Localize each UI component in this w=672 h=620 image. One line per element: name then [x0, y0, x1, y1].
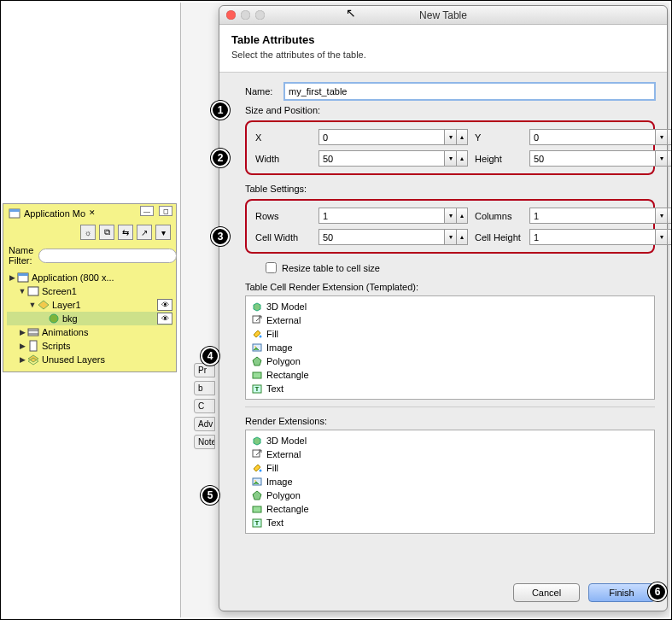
dialog-heading: Table Attributes	[231, 33, 655, 46]
tree-item-screen1[interactable]: ▼ Screen1	[7, 284, 172, 298]
y-down-icon[interactable]: ▾	[655, 129, 667, 145]
image-icon	[251, 476, 263, 488]
tree-item-bkg[interactable]: bkg 👁	[7, 312, 172, 325]
tree-item-animations[interactable]: ▶ Animations	[7, 325, 172, 339]
list-item-image[interactable]: Image	[249, 475, 651, 488]
tool-copy-icon[interactable]: ⧉	[99, 225, 114, 240]
list-item-polygon[interactable]: Polygon	[249, 488, 651, 502]
columns-down-icon[interactable]: ▾	[655, 208, 667, 224]
tab-adv[interactable]: Adv	[194, 417, 215, 431]
dialog-titlebar[interactable]: New Table	[219, 6, 667, 25]
tab-notes[interactable]: Note	[194, 435, 215, 449]
cell-width-spinner[interactable]: ▾▴	[318, 229, 468, 245]
new-table-dialog: New Table Table Attributes Select the at…	[219, 5, 668, 611]
rectangle-icon	[251, 369, 263, 381]
columns-up-icon[interactable]: ▴	[667, 208, 672, 224]
width-spinner[interactable]: ▾▴	[318, 150, 468, 167]
height-input[interactable]	[529, 150, 655, 167]
cell-width-label: Cell Width	[255, 232, 312, 243]
list-item-rectangle[interactable]: Rectangle	[249, 368, 651, 382]
x-input[interactable]	[318, 129, 444, 145]
list-item-text[interactable]: TText	[249, 382, 651, 395]
tree-item-application[interactable]: ▶ Application (800 x...	[7, 271, 172, 284]
render-ext-list[interactable]: 3D Model External Fill Image Polygon Rec…	[245, 430, 655, 534]
y-input[interactable]	[529, 129, 655, 145]
cell-width-input[interactable]	[318, 229, 444, 245]
list-item-external[interactable]: External	[249, 313, 651, 327]
zoom-window-icon	[255, 10, 265, 20]
visibility-toggle-icon[interactable]: 👁	[157, 299, 172, 311]
list-item-3dmodel[interactable]: 3D Model	[249, 300, 651, 313]
columns-input[interactable]	[529, 208, 655, 224]
dialog-body: Name: Size and Position: X ▾▴ Y ▾▴ Width…	[219, 73, 667, 541]
list-item-fill[interactable]: Fill	[249, 461, 651, 475]
annotation-6: 6	[648, 582, 667, 601]
list-item-image[interactable]: Image	[249, 341, 651, 354]
visibility-toggle-icon[interactable]: 👁	[157, 313, 172, 325]
dialog-title: New Table	[219, 9, 667, 21]
y-spinner[interactable]: ▾▴	[529, 129, 672, 145]
disclosure-icon[interactable]: ▼	[27, 301, 38, 309]
disclosure-icon[interactable]: ▶	[17, 328, 27, 336]
tool-menu-icon[interactable]: ▾	[155, 225, 171, 240]
maximize-icon[interactable]: ◻	[159, 206, 172, 216]
list-item-fill[interactable]: Fill	[249, 327, 651, 341]
tool-gear-icon[interactable]: ☼	[80, 225, 96, 240]
width-up-icon[interactable]: ▴	[456, 150, 468, 167]
columns-spinner[interactable]: ▾▴	[529, 208, 672, 224]
polygon-icon	[251, 355, 263, 367]
render-ext-title: Render Extensions:	[245, 416, 655, 426]
rows-spinner[interactable]: ▾▴	[318, 208, 468, 224]
height-down-icon[interactable]: ▾	[655, 150, 667, 167]
svg-rect-3	[18, 273, 28, 276]
tree-item-layer1[interactable]: ▼ Layer1 👁	[7, 298, 172, 312]
cancel-button[interactable]: Cancel	[513, 583, 580, 602]
tree-item-scripts[interactable]: ▶ Scripts	[7, 339, 172, 353]
tab-b[interactable]: b	[194, 381, 215, 395]
cell-height-input[interactable]	[529, 229, 655, 245]
list-item-3dmodel[interactable]: 3D Model	[249, 434, 651, 447]
tab-c[interactable]: C	[194, 399, 215, 413]
resize-checkbox[interactable]	[266, 262, 277, 273]
cell-height-up-icon[interactable]: ▴	[667, 229, 672, 245]
cell-width-down-icon[interactable]: ▾	[444, 229, 456, 245]
rows-down-icon[interactable]: ▾	[444, 208, 456, 224]
list-item-rectangle[interactable]: Rectangle	[249, 502, 651, 516]
tool-link-icon[interactable]: ⇆	[118, 225, 133, 240]
x-down-icon[interactable]: ▾	[444, 129, 456, 145]
finish-button[interactable]: Finish	[588, 583, 655, 602]
name-input[interactable]	[284, 83, 655, 100]
close-window-icon[interactable]	[226, 10, 236, 20]
svg-text:T: T	[255, 385, 260, 393]
x-label: X	[255, 132, 312, 143]
y-up-icon[interactable]: ▴	[667, 129, 672, 145]
height-up-icon[interactable]: ▴	[667, 150, 672, 167]
list-item-text[interactable]: TText	[249, 516, 651, 529]
cell-height-spinner[interactable]: ▾▴	[529, 229, 672, 245]
list-item-external[interactable]: External	[249, 447, 651, 461]
name-filter-input[interactable]	[38, 249, 177, 263]
width-down-icon[interactable]: ▾	[444, 150, 456, 167]
table-settings-group: Rows ▾▴ Columns ▾▴ Cell Width ▾▴ Cell He…	[245, 199, 655, 254]
script-icon	[27, 340, 39, 352]
templated-list[interactable]: 3D Model External Fill Image Polygon Rec…	[245, 295, 655, 400]
minimize-icon[interactable]: —	[140, 206, 154, 216]
x-spinner[interactable]: ▾▴	[318, 129, 468, 145]
width-input[interactable]	[318, 150, 444, 167]
tree-item-unused-layers[interactable]: ▶ Unused Layers	[7, 353, 172, 366]
text-icon: T	[251, 517, 263, 529]
cell-width-up-icon[interactable]: ▴	[456, 229, 468, 245]
disclosure-icon[interactable]: ▶	[7, 273, 17, 282]
list-item-polygon[interactable]: Polygon	[249, 354, 651, 368]
disclosure-icon[interactable]: ▼	[17, 287, 27, 295]
cell-height-down-icon[interactable]: ▾	[655, 229, 667, 245]
rows-up-icon[interactable]: ▴	[456, 208, 468, 224]
height-spinner[interactable]: ▾▴	[529, 150, 672, 167]
tab-close-icon[interactable]: ✕	[89, 208, 96, 217]
rows-input[interactable]	[318, 208, 444, 224]
disclosure-icon[interactable]: ▶	[17, 342, 27, 350]
name-filter-row: Name Filter:	[3, 242, 176, 269]
tool-arrow-icon[interactable]: ↗	[137, 225, 152, 240]
x-up-icon[interactable]: ▴	[456, 129, 468, 145]
disclosure-icon[interactable]: ▶	[17, 355, 27, 364]
